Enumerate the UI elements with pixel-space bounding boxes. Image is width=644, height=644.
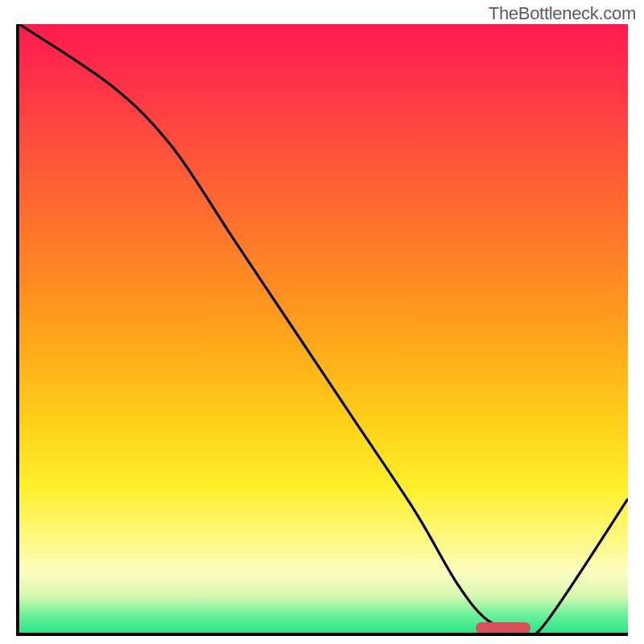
watermark-text: TheBottleneck.com — [489, 3, 636, 24]
optimal-zone-marker — [476, 622, 530, 633]
chart-plot-area — [16, 24, 628, 636]
curve-layer — [19, 24, 628, 633]
bottleneck-curve — [19, 24, 628, 633]
